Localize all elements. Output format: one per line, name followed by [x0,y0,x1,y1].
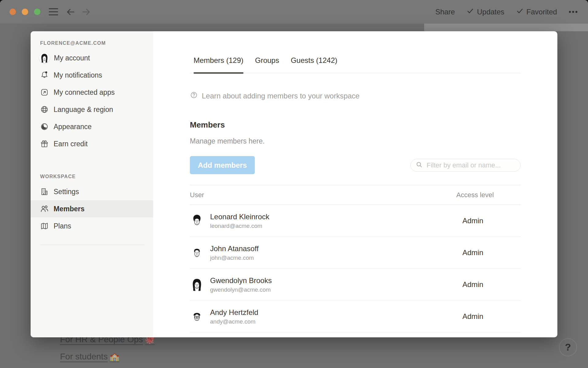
sidebar-item-label: Settings [54,188,79,196]
user-email: andy@acme.com [210,318,258,325]
user-info: Leonard Kleinrock leonard@acme.com [210,212,269,229]
table-row[interactable]: Leonard Kleinrock leonard@acme.com Admin [190,205,521,237]
avatar [190,278,204,292]
user-info: Gwendolyn Brooks gwendolyn@acme.com [210,276,272,293]
sidebar-item-label: Earn credit [54,140,88,148]
gift-icon [40,140,49,148]
sidebar-item-label: My notifications [54,71,102,79]
section-title: Members [190,120,521,130]
map-icon [40,222,49,230]
members-tabs: Members (129) Groups Guests (1242) [190,56,521,73]
window-titlebar: Share Updates Favorited ••• [0,0,588,24]
avatar [190,309,204,324]
tab-members[interactable]: Members (129) [194,56,243,73]
zoom-window-button[interactable] [34,9,40,15]
traffic-lights [9,9,40,15]
user-info: Andy Hertzfeld andy@acme.com [210,308,258,325]
section-subtitle: Manage members here. [190,137,521,145]
access-level-dropdown[interactable]: Admin [456,248,521,257]
sidebar-item-label: Members [54,205,85,213]
learn-about-members-link[interactable]: Learn about adding members to your works… [190,91,360,101]
sidebar-item-members[interactable]: Members [31,200,153,217]
close-window-button[interactable] [9,9,16,15]
back-icon[interactable] [66,7,76,17]
user-avatar [39,53,50,63]
access-level-dropdown[interactable]: Admin [456,217,521,225]
sidebar-item-label: My account [54,54,90,62]
dimmed-backdrop: For HR & People Ops🐙 For students🏫 ? FLO… [0,24,588,368]
minimize-window-button[interactable] [22,9,28,15]
sidebar-item-appearance[interactable]: Appearance [31,118,153,135]
school-emoji: 🏫 [110,352,119,361]
people-icon [40,205,49,213]
share-label: Share [435,8,455,16]
tab-groups[interactable]: Groups [255,56,279,73]
link-for-students[interactable]: For students🏫 [60,352,155,362]
members-table-header: User Access level [190,185,521,205]
sidebar-divider [40,245,145,245]
tab-guests[interactable]: Guests (1242) [291,56,337,73]
user-name: John Atanasoff [210,244,258,253]
avatar [190,246,204,260]
table-row[interactable]: Gwendolyn Brooks gwendolyn@acme.com Admi… [190,269,521,301]
learn-link-label: Learn about adding members to your works… [202,92,360,100]
arrow-out-square-icon [40,88,49,97]
sidebar-item-my-notifications[interactable]: My notifications [31,67,153,84]
user-name: Leonard Kleinrock [210,212,269,221]
app-window: Share Updates Favorited ••• For HR & Peo… [0,0,588,368]
sidebar-item-label: My connected apps [54,88,115,97]
more-options-button[interactable]: ••• [569,8,579,16]
help-button[interactable]: ? [559,338,577,356]
user-name: Andy Hertzfeld [210,308,258,317]
members-actions-row: Add members [190,156,521,174]
filter-members-input[interactable] [427,161,515,169]
sidebar-item-settings[interactable]: Settings [31,183,153,200]
page-background-strip [424,24,588,31]
column-header-access-level: Access level [456,191,521,199]
settings-modal: FLORENCE@ACME.COM My accou [31,31,557,337]
user-email: leonard@acme.com [210,223,269,229]
updates-label: Updates [477,8,504,16]
sidebar-item-label: Appearance [54,123,92,131]
search-icon [416,161,423,170]
add-members-button[interactable]: Add members [190,156,255,174]
building-icon [40,187,49,196]
access-level-dropdown[interactable]: Admin [456,280,521,289]
titlebar-actions: Share Updates Favorited ••• [435,7,579,17]
table-row[interactable]: Andy Hertzfeld andy@acme.com Admin [190,301,521,332]
sidebar-item-label: Plans [54,222,71,230]
sidebar-menu-icon[interactable] [48,8,58,16]
workspace-section: Settings Members [31,183,153,235]
moon-icon [40,122,49,131]
column-header-user: User [190,191,456,199]
sidebar-item-earn-credit[interactable]: Earn credit [31,135,153,152]
user-email: gwendolyn@acme.com [210,286,272,293]
favorited-button[interactable]: Favorited [516,7,557,17]
user-info: John Atanasoff john@acme.com [210,244,258,261]
sidebar-item-plans[interactable]: Plans [31,217,153,235]
check-icon [466,7,474,17]
question-circle-icon [190,91,198,101]
workspace-header: WORKSPACE [40,174,153,179]
user-email: john@acme.com [210,255,258,261]
background-page-links: For HR & People Ops🐙 For students🏫 [60,335,155,368]
favorited-label: Favorited [526,8,557,16]
sidebar-item-my-account[interactable]: My account [31,49,153,67]
account-email-header: FLORENCE@ACME.COM [40,40,153,46]
share-button[interactable]: Share [435,8,455,16]
sidebar-item-language-region[interactable]: Language & region [31,101,153,118]
user-name: Gwendolyn Brooks [210,276,272,285]
updates-button[interactable]: Updates [466,7,504,17]
globe-icon [40,105,49,114]
filter-input-container [410,159,521,172]
sidebar-item-my-connected-apps[interactable]: My connected apps [31,84,153,101]
user-cell: Leonard Kleinrock leonard@acme.com [190,212,456,229]
access-level-dropdown[interactable]: Admin [456,312,521,321]
forward-icon[interactable] [81,7,91,17]
table-row[interactable]: John Atanasoff john@acme.com Admin [190,237,521,269]
user-cell: Andy Hertzfeld andy@acme.com [190,308,456,325]
avatar [190,214,204,228]
check-icon [516,7,524,17]
account-section: My account My notifications [31,49,153,152]
bell-icon [40,71,49,79]
